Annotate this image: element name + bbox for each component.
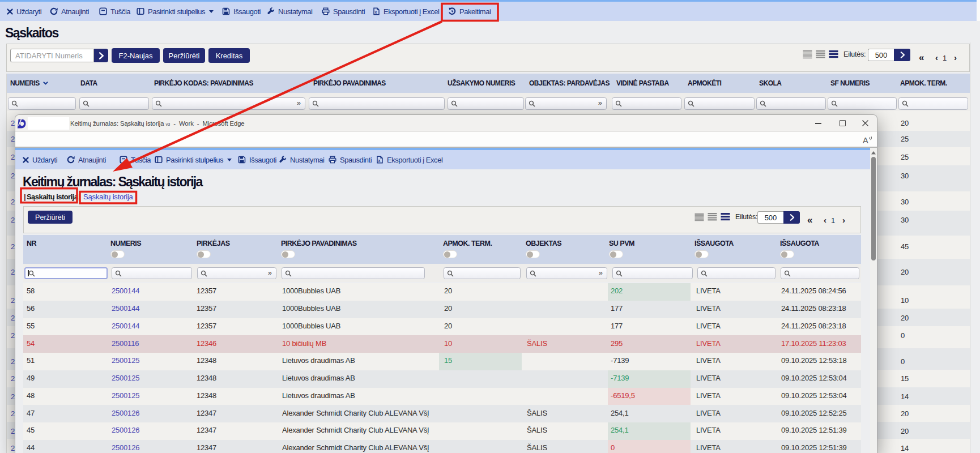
svg-text:x: x bbox=[378, 159, 380, 163]
svg-text:A: A bbox=[863, 136, 868, 144]
svg-text:x: x bbox=[374, 10, 377, 14]
